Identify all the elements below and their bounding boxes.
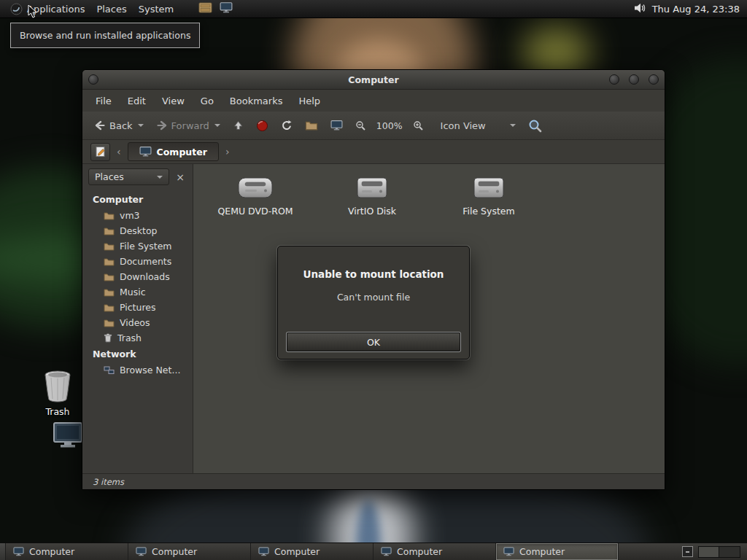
- sidebar-item-label: Videos: [120, 317, 150, 328]
- menu-view[interactable]: View: [155, 93, 192, 109]
- sidebar-item-videos[interactable]: Videos: [82, 315, 193, 330]
- home-button[interactable]: [301, 117, 322, 133]
- dialog-message: Can't mount file: [337, 292, 410, 303]
- menu-applications[interactable]: Applications: [4, 1, 90, 18]
- location-edit-toggle[interactable]: [90, 143, 110, 161]
- menu-bookmarks[interactable]: Bookmarks: [222, 93, 290, 109]
- file-virtio-disk[interactable]: VirtIO Disk: [317, 176, 427, 217]
- view-mode-label: Icon View: [441, 120, 486, 131]
- window-button-label: Computer: [29, 546, 74, 557]
- window-body: Places × Computer vm3 Desktop: [82, 164, 665, 473]
- window-button-label: Computer: [397, 546, 442, 557]
- sidebar-item-label: File System: [120, 241, 172, 252]
- stop-button[interactable]: [252, 117, 272, 135]
- sidebar-item-vm3[interactable]: vm3: [82, 208, 193, 223]
- panel-launchers: [198, 2, 233, 15]
- sidebar-item-documents[interactable]: Documents: [82, 254, 193, 269]
- forward-icon: [156, 120, 168, 131]
- display-launcher[interactable]: [220, 2, 233, 15]
- folder-icon: [104, 227, 115, 236]
- sidebar-item-desktop[interactable]: Desktop: [82, 223, 193, 238]
- file-view[interactable]: QEMU DVD-ROM VirtIO Disk: [193, 164, 665, 473]
- sidebar-item-network[interactable]: Network: [82, 346, 193, 362]
- volume-icon: [634, 3, 646, 13]
- up-button[interactable]: [229, 117, 247, 133]
- taskbar-window-button[interactable]: Computer: [251, 543, 374, 560]
- file-file-system[interactable]: File System: [434, 176, 543, 217]
- menu-places[interactable]: Places: [90, 1, 132, 17]
- forward-dropdown-caret[interactable]: [214, 124, 220, 127]
- breadcrumb-computer[interactable]: Computer: [128, 142, 219, 161]
- tray-applet-icon: [686, 551, 689, 553]
- view-mode-selector[interactable]: Icon View: [437, 117, 519, 134]
- file-qemu-dvd-rom[interactable]: QEMU DVD-ROM: [201, 176, 310, 217]
- taskbar: Computer Computer Computer Computer Comp…: [0, 542, 747, 560]
- menu-file[interactable]: File: [88, 93, 119, 109]
- dialog-title: Unable to mount location: [303, 268, 444, 280]
- sidebar-item-trash[interactable]: Trash: [82, 330, 193, 346]
- menu-edit[interactable]: Edit: [120, 93, 153, 109]
- clock[interactable]: Thu Aug 24, 23:38: [652, 4, 743, 15]
- computer-button[interactable]: [327, 117, 347, 133]
- titlebar[interactable]: Computer: [82, 70, 665, 90]
- reload-button[interactable]: [277, 117, 296, 134]
- sidebar-pane-selector[interactable]: Places: [88, 168, 169, 185]
- sidebar-close-button[interactable]: ×: [171, 171, 189, 184]
- dvd-drive-icon: [236, 176, 275, 201]
- sidebar-item-label: Downloads: [120, 271, 170, 282]
- zoom-in-button[interactable]: [409, 117, 427, 134]
- breadcrumb-scroll-right[interactable]: ›: [222, 145, 233, 158]
- taskbar-window-button[interactable]: Computer: [6, 543, 128, 560]
- breadcrumb-computer-icon: [139, 147, 152, 157]
- sidebar-header: Places ×: [82, 164, 193, 189]
- sidebar-item-label: Pictures: [120, 302, 156, 313]
- sidebar-item-browse-network[interactable]: Browse Net...: [82, 362, 193, 378]
- display-icon: [220, 2, 233, 13]
- sidebar-item-downloads[interactable]: Downloads: [82, 269, 193, 284]
- location-bar: ‹ Computer ›: [82, 140, 665, 164]
- sidebar-item-label: Desktop: [120, 225, 158, 236]
- forward-label: Forward: [171, 120, 209, 131]
- menu-system[interactable]: System: [133, 1, 179, 17]
- sidebar-item-label: Browse Net...: [120, 365, 180, 376]
- window-button-label: Computer: [152, 546, 197, 557]
- folder-icon: [104, 242, 115, 251]
- breadcrumb-label: Computer: [157, 147, 207, 158]
- taskbar-window-button[interactable]: Computer: [374, 543, 496, 560]
- sidebar-item-pictures[interactable]: Pictures: [82, 300, 193, 315]
- volume-applet[interactable]: [634, 3, 646, 15]
- back-dropdown-caret[interactable]: [138, 124, 144, 127]
- sidebar-item-music[interactable]: Music: [82, 284, 193, 300]
- file-label: VirtIO Disk: [348, 206, 396, 217]
- edit-location-icon: [95, 146, 107, 158]
- desktop-background: Trash Applications Places System: [0, 0, 747, 560]
- desktop-icon-trash[interactable]: Trash: [32, 369, 83, 417]
- forward-button[interactable]: Forward: [152, 117, 224, 134]
- breadcrumb-scroll-left[interactable]: ‹: [114, 145, 124, 158]
- zoom-out-button[interactable]: [352, 117, 370, 134]
- sidebar-item-file-system[interactable]: File System: [82, 238, 193, 254]
- trash-icon: [41, 369, 74, 404]
- workspace-1[interactable]: [699, 547, 719, 557]
- ok-button[interactable]: OK: [287, 332, 460, 351]
- menu-go[interactable]: Go: [193, 93, 221, 109]
- workspace-2[interactable]: [719, 547, 740, 557]
- back-button[interactable]: Back: [90, 117, 147, 134]
- up-icon: [233, 120, 244, 131]
- search-button[interactable]: [525, 116, 546, 136]
- folder-icon: [104, 303, 115, 312]
- menu-system-label: System: [139, 4, 174, 15]
- menu-help[interactable]: Help: [291, 93, 328, 109]
- sidebar-item-label: vm3: [120, 210, 140, 221]
- view-mode-caret: [510, 124, 516, 127]
- tray-applet[interactable]: [682, 546, 693, 557]
- taskbar-window-button-active[interactable]: Computer: [496, 543, 619, 560]
- taskbar-window-button[interactable]: Computer: [128, 543, 251, 560]
- menubar: File Edit View Go Bookmarks Help: [82, 90, 665, 112]
- applications-tooltip: Browse and run installed applications: [10, 23, 200, 48]
- sidebar-item-computer[interactable]: Computer: [82, 191, 193, 208]
- file-manager-launcher[interactable]: [198, 2, 212, 15]
- taskbar-handle[interactable]: [0, 543, 6, 560]
- sidebar-item-label: Trash: [117, 332, 142, 343]
- places-list: Computer vm3 Desktop File System: [82, 189, 193, 473]
